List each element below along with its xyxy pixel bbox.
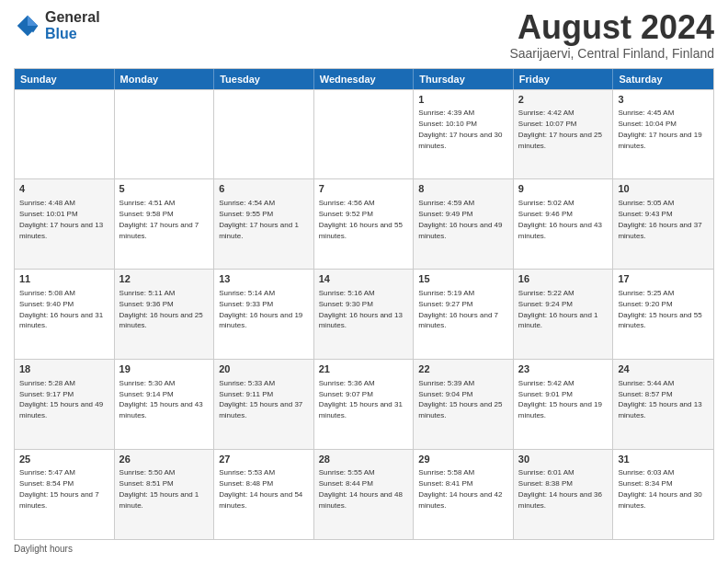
day-number: 11: [19, 272, 109, 286]
calendar-cell: 19Sunrise: 5:30 AMSunset: 9:14 PMDayligh…: [115, 360, 215, 449]
cell-info: Sunrise: 5:19 AMSunset: 9:27 PMDaylight:…: [418, 289, 498, 330]
logo-blue-text: Blue: [45, 26, 100, 42]
day-number: 19: [119, 362, 210, 376]
day-number: 20: [219, 362, 309, 376]
cell-info: Sunrise: 5:28 AMSunset: 9:17 PMDaylight:…: [19, 379, 103, 420]
cell-info: Sunrise: 4:56 AMSunset: 9:52 PMDaylight:…: [319, 199, 403, 240]
calendar-cell: 22Sunrise: 5:39 AMSunset: 9:04 PMDayligh…: [414, 360, 514, 449]
cell-info: Sunrise: 5:16 AMSunset: 9:30 PMDaylight:…: [319, 289, 403, 330]
day-number: 18: [19, 362, 109, 376]
calendar-cell: 17Sunrise: 5:25 AMSunset: 9:20 PMDayligh…: [613, 270, 713, 359]
calendar-cell: 20Sunrise: 5:33 AMSunset: 9:11 PMDayligh…: [214, 360, 314, 449]
calendar-cell: 24Sunrise: 5:44 AMSunset: 8:57 PMDayligh…: [613, 360, 713, 449]
calendar-header-cell: Tuesday: [214, 69, 314, 89]
calendar-cell: 16Sunrise: 5:22 AMSunset: 9:24 PMDayligh…: [514, 270, 614, 359]
main-title: August 2024: [509, 9, 714, 46]
day-number: 31: [618, 453, 709, 466]
cell-info: Sunrise: 5:02 AMSunset: 9:46 PMDaylight:…: [518, 199, 602, 240]
calendar-cell: 23Sunrise: 5:42 AMSunset: 9:01 PMDayligh…: [514, 360, 614, 449]
cell-info: Sunrise: 4:39 AMSunset: 10:10 PMDaylight…: [418, 109, 502, 150]
calendar-cell: 4Sunrise: 4:48 AMSunset: 10:01 PMDayligh…: [15, 179, 115, 269]
day-number: 9: [518, 182, 609, 196]
calendar-header: SundayMondayTuesdayWednesdayThursdayFrid…: [15, 69, 713, 89]
calendar-cell: 12Sunrise: 5:11 AMSunset: 9:36 PMDayligh…: [115, 270, 215, 359]
subtitle: Saarijaervi, Central Finland, Finland: [509, 46, 714, 61]
day-number: 22: [418, 362, 508, 376]
cell-info: Sunrise: 5:14 AMSunset: 9:33 PMDaylight:…: [219, 289, 302, 330]
day-number: 2: [518, 93, 609, 107]
cell-info: Sunrise: 4:42 AMSunset: 10:07 PMDaylight…: [518, 109, 602, 150]
cell-info: Sunrise: 5:39 AMSunset: 9:04 PMDaylight:…: [418, 379, 502, 420]
footer: Daylight hours: [14, 544, 714, 554]
cell-info: Sunrise: 6:01 AMSunset: 8:38 PMDaylight:…: [518, 468, 602, 510]
cell-info: Sunrise: 5:53 AMSunset: 8:48 PMDaylight:…: [219, 468, 302, 510]
day-number: 27: [219, 453, 309, 466]
logo: General Blue: [14, 9, 100, 41]
calendar-cell: 26Sunrise: 5:50 AMSunset: 8:51 PMDayligh…: [115, 450, 215, 539]
calendar-cell: [115, 90, 215, 179]
calendar-cell: 29Sunrise: 5:58 AMSunset: 8:41 PMDayligh…: [414, 450, 514, 539]
day-number: 21: [319, 362, 409, 376]
calendar-cell: 9Sunrise: 5:02 AMSunset: 9:46 PMDaylight…: [514, 179, 614, 269]
day-number: 3: [618, 93, 709, 107]
day-number: 30: [518, 453, 609, 466]
calendar-cell: 11Sunrise: 5:08 AMSunset: 9:40 PMDayligh…: [15, 270, 115, 359]
cell-info: Sunrise: 6:03 AMSunset: 8:34 PMDaylight:…: [618, 468, 701, 510]
cell-info: Sunrise: 5:33 AMSunset: 9:11 PMDaylight:…: [219, 379, 302, 420]
cell-info: Sunrise: 4:51 AMSunset: 9:58 PMDaylight:…: [119, 199, 199, 240]
calendar-cell: [214, 90, 314, 179]
calendar-cell: 7Sunrise: 4:56 AMSunset: 9:52 PMDaylight…: [314, 179, 415, 269]
calendar-cell: 15Sunrise: 5:19 AMSunset: 9:27 PMDayligh…: [414, 270, 514, 359]
day-number: 24: [618, 362, 709, 376]
day-number: 5: [119, 182, 210, 196]
day-number: 28: [319, 453, 409, 466]
calendar-cell: [15, 90, 115, 179]
calendar-cell: 30Sunrise: 6:01 AMSunset: 8:38 PMDayligh…: [514, 450, 614, 539]
day-number: 16: [518, 272, 609, 286]
calendar: SundayMondayTuesdayWednesdayThursdayFrid…: [14, 68, 714, 540]
cell-info: Sunrise: 5:42 AMSunset: 9:01 PMDaylight:…: [518, 379, 602, 420]
title-block: August 2024 Saarijaervi, Central Finland…: [509, 9, 714, 61]
calendar-row: 25Sunrise: 5:47 AMSunset: 8:54 PMDayligh…: [15, 449, 713, 539]
day-number: 25: [19, 453, 109, 466]
calendar-cell: 6Sunrise: 4:54 AMSunset: 9:55 PMDaylight…: [214, 179, 314, 269]
calendar-row: 18Sunrise: 5:28 AMSunset: 9:17 PMDayligh…: [15, 359, 713, 449]
calendar-cell: 1Sunrise: 4:39 AMSunset: 10:10 PMDayligh…: [414, 90, 514, 179]
footer-text: Daylight hours: [14, 544, 73, 554]
cell-info: Sunrise: 4:45 AMSunset: 10:04 PMDaylight…: [618, 109, 701, 150]
day-number: 13: [219, 272, 309, 286]
calendar-row: 11Sunrise: 5:08 AMSunset: 9:40 PMDayligh…: [15, 269, 713, 359]
calendar-cell: 5Sunrise: 4:51 AMSunset: 9:58 PMDaylight…: [115, 179, 215, 269]
page: General Blue August 2024 Saarijaervi, Ce…: [0, 0, 728, 563]
cell-info: Sunrise: 5:47 AMSunset: 8:54 PMDaylight:…: [19, 468, 99, 510]
cell-info: Sunrise: 5:25 AMSunset: 9:20 PMDaylight:…: [618, 289, 701, 330]
day-number: 1: [418, 93, 508, 107]
calendar-body: 1Sunrise: 4:39 AMSunset: 10:10 PMDayligh…: [15, 89, 713, 539]
cell-info: Sunrise: 5:44 AMSunset: 8:57 PMDaylight:…: [618, 379, 701, 420]
cell-info: Sunrise: 5:30 AMSunset: 9:14 PMDaylight:…: [119, 379, 203, 420]
calendar-cell: 31Sunrise: 6:03 AMSunset: 8:34 PMDayligh…: [613, 450, 713, 539]
calendar-cell: 25Sunrise: 5:47 AMSunset: 8:54 PMDayligh…: [15, 450, 115, 539]
calendar-cell: 2Sunrise: 4:42 AMSunset: 10:07 PMDayligh…: [514, 90, 614, 179]
day-number: 15: [418, 272, 508, 286]
calendar-header-cell: Monday: [115, 69, 215, 89]
cell-info: Sunrise: 5:55 AMSunset: 8:44 PMDaylight:…: [319, 468, 403, 510]
cell-info: Sunrise: 5:22 AMSunset: 9:24 PMDaylight:…: [518, 289, 598, 330]
calendar-cell: 28Sunrise: 5:55 AMSunset: 8:44 PMDayligh…: [314, 450, 415, 539]
day-number: 7: [319, 182, 409, 196]
cell-info: Sunrise: 5:05 AMSunset: 9:43 PMDaylight:…: [618, 199, 701, 240]
calendar-header-cell: Thursday: [414, 69, 514, 89]
logo-text: General Blue: [45, 9, 100, 41]
cell-info: Sunrise: 4:59 AMSunset: 9:49 PMDaylight:…: [418, 199, 502, 240]
calendar-cell: 21Sunrise: 5:36 AMSunset: 9:07 PMDayligh…: [314, 360, 415, 449]
day-number: 17: [618, 272, 709, 286]
logo-icon: [14, 12, 41, 40]
day-number: 29: [418, 453, 508, 466]
day-number: 12: [119, 272, 210, 286]
calendar-header-cell: Saturday: [613, 69, 713, 89]
cell-info: Sunrise: 5:08 AMSunset: 9:40 PMDaylight:…: [19, 289, 103, 330]
day-number: 10: [618, 182, 709, 196]
day-number: 14: [319, 272, 409, 286]
calendar-cell: [314, 90, 415, 179]
cell-info: Sunrise: 4:54 AMSunset: 9:55 PMDaylight:…: [219, 199, 299, 240]
